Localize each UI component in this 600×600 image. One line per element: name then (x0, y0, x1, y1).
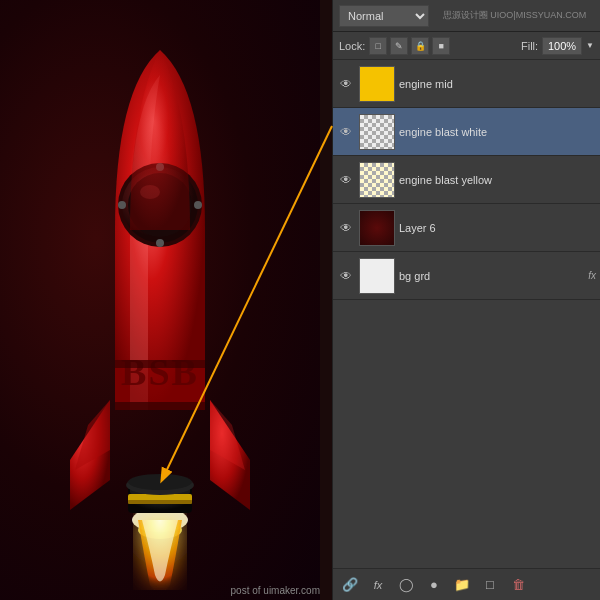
layer-thumb-bg-grd (359, 258, 395, 294)
layer-row-engine-mid[interactable]: 👁 engine mid (333, 60, 600, 108)
layer-row-engine-blast-white[interactable]: 👁 engine blast white (333, 108, 600, 156)
eye-icon-engine-blast-white[interactable]: 👁 (337, 123, 355, 141)
new-layer-icon[interactable]: □ (479, 574, 501, 596)
svg-point-18 (128, 474, 192, 490)
svg-text:BSB: BSB (121, 351, 199, 393)
fill-dropdown-arrow[interactable]: ▼ (586, 41, 594, 50)
fill-label: Fill: (521, 40, 538, 52)
bottom-watermark: post of uimaker.com (231, 585, 320, 596)
eye-icon-engine-blast-yellow[interactable]: 👁 (337, 171, 355, 189)
fx-badge-bg-grd: fx (588, 270, 596, 281)
svg-rect-5 (128, 500, 192, 504)
layer-thumb-engine-mid (359, 66, 395, 102)
layer-thumb-engine-blast-white (359, 114, 395, 150)
rocket-illustration: BSB (20, 30, 300, 590)
layer-thumb-layer-6 (359, 210, 395, 246)
eye-icon-engine-mid[interactable]: 👁 (337, 75, 355, 93)
lock-image-btn[interactable]: ✎ (390, 37, 408, 55)
layer-row-bg-grd[interactable]: 👁 bg grd fx (333, 252, 600, 300)
svg-point-14 (118, 201, 126, 209)
layer-name-engine-blast-yellow: engine blast yellow (399, 174, 596, 186)
layer-row-engine-blast-yellow[interactable]: 👁 engine blast yellow (333, 156, 600, 204)
mask-icon[interactable]: ◯ (395, 574, 417, 596)
watermark-text: 思源设计圈 UIOO|MISSYUAN.COM (435, 9, 594, 22)
svg-point-13 (156, 239, 164, 247)
svg-rect-7 (115, 360, 205, 368)
lock-label: Lock: (339, 40, 365, 52)
lock-all-btn[interactable]: ■ (432, 37, 450, 55)
folder-icon[interactable]: 📁 (451, 574, 473, 596)
blend-mode-select[interactable]: Normal (339, 5, 429, 27)
link-icon[interactable]: 🔗 (339, 574, 361, 596)
delete-layer-icon[interactable]: 🗑 (507, 574, 529, 596)
layer-name-layer-6: Layer 6 (399, 222, 596, 234)
layers-bottom-bar: 🔗 fx ◯ ● 📁 □ 🗑 (333, 568, 600, 600)
fill-input[interactable] (542, 37, 582, 55)
lock-transparent-btn[interactable]: □ (369, 37, 387, 55)
layer-row-layer-6[interactable]: 👁 Layer 6 (333, 204, 600, 252)
lock-fill-bar: Lock: □ ✎ 🔒 ■ Fill: ▼ (333, 32, 600, 60)
svg-rect-8 (115, 402, 205, 410)
layer-name-engine-mid: engine mid (399, 78, 596, 90)
lock-icons: □ ✎ 🔒 ■ (369, 37, 450, 55)
eye-icon-bg-grd[interactable]: 👁 (337, 267, 355, 285)
fx-icon[interactable]: fx (367, 574, 389, 596)
layers-topbar: Normal 思源设计圈 UIOO|MISSYUAN.COM (333, 0, 600, 32)
svg-point-15 (194, 201, 202, 209)
layer-name-engine-blast-white: engine blast white (399, 126, 596, 138)
layers-list: 👁 engine mid 👁 engine blast white 👁 engi… (333, 60, 600, 300)
adjustment-icon[interactable]: ● (423, 574, 445, 596)
lock-position-btn[interactable]: 🔒 (411, 37, 429, 55)
layers-panel: Normal 思源设计圈 UIOO|MISSYUAN.COM Lock: □ ✎… (332, 0, 600, 600)
eye-icon-layer-6[interactable]: 👁 (337, 219, 355, 237)
layer-thumb-engine-blast-yellow (359, 162, 395, 198)
layer-name-bg-grd: bg grd (399, 270, 584, 282)
